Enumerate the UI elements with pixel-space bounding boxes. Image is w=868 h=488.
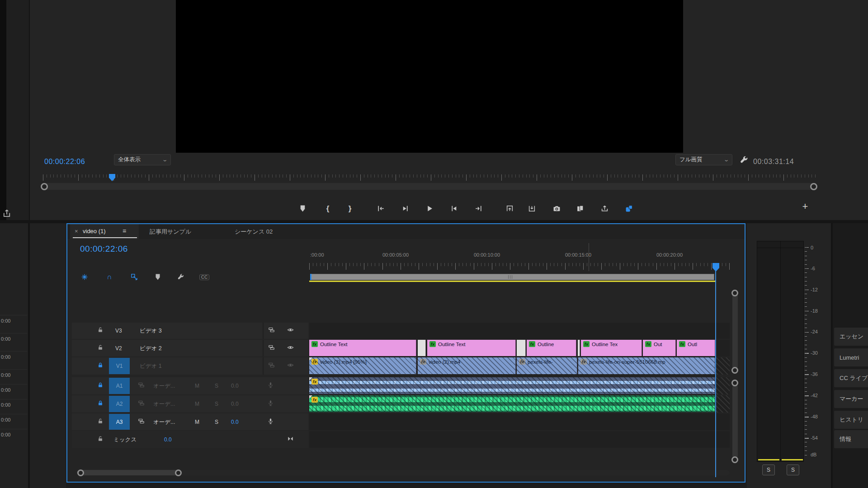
step-back-button[interactable] [398, 202, 412, 215]
add-marker-button[interactable] [151, 271, 164, 283]
audio-scrollbar-handle-top[interactable] [731, 380, 738, 386]
timeline-h-scrollbar-thumb[interactable] [77, 470, 181, 475]
track-content-a2[interactable]: fx [309, 395, 730, 413]
panel-tab-essential-graphics[interactable]: エッセン [834, 328, 868, 346]
export-button[interactable] [598, 202, 611, 215]
mic-icon[interactable] [267, 418, 274, 426]
video-scrollbar-handle-bottom[interactable] [731, 367, 738, 374]
gap-clip[interactable] [517, 340, 526, 356]
lock-icon[interactable] [97, 382, 104, 390]
mute-button[interactable]: M [195, 419, 199, 425]
monitor-current-timecode[interactable]: 00:00:22:06 [44, 158, 85, 166]
lock-icon[interactable] [97, 418, 104, 426]
linked-selection-toggle[interactable] [128, 271, 141, 283]
audio-scrollbar-handle-bottom[interactable] [731, 456, 738, 463]
mic-icon[interactable] [267, 382, 274, 390]
track-header-v3[interactable]: V3ビデオ 3 [72, 323, 308, 339]
track-output-toggle-icon[interactable] [287, 362, 294, 371]
mark-out-button[interactable]: } [343, 202, 357, 215]
mic-icon[interactable] [267, 400, 274, 408]
comparison-view-button[interactable] [622, 202, 636, 215]
panel-tab-info[interactable]: 情報 [834, 430, 868, 448]
track-content-mix[interactable] [309, 431, 730, 448]
go-to-in-button[interactable] [374, 202, 387, 215]
track-volume-value[interactable]: 0.0 [231, 401, 239, 407]
track-target-v1[interactable]: V1 [109, 358, 130, 374]
track-content-v2[interactable]: fxOutline TextfxOutline TextfxOutlinefxO… [309, 340, 730, 357]
lock-icon[interactable] [97, 327, 104, 335]
title-clip[interactable]: fxOutline Text [427, 340, 516, 356]
audio-clip[interactable]: fx [309, 395, 715, 412]
track-content-a1[interactable]: fx [309, 377, 730, 394]
track-content-a3[interactable] [309, 413, 730, 430]
track-header-a3[interactable]: A3オーデ...MS0.0 [72, 413, 308, 430]
track-target-a1[interactable]: A1 [109, 378, 130, 394]
solo-right-button[interactable]: S [787, 465, 799, 475]
lock-icon[interactable] [97, 400, 104, 408]
monitor-seek-ruler[interactable] [43, 174, 817, 182]
panel-tab-cc-libraries[interactable]: CC ライブ [834, 369, 868, 387]
mark-in-button[interactable]: { [321, 202, 335, 215]
panel-menu-icon[interactable]: ≡ [123, 227, 126, 235]
track-volume-value[interactable]: 0.0 [164, 436, 172, 443]
monitor-quality-dropdown[interactable]: フル画質 ⌄ [675, 154, 732, 165]
track-header-mix[interactable]: ミックス0.0 [72, 431, 308, 448]
sync-lock-icon[interactable] [138, 382, 145, 390]
mute-button[interactable]: M [195, 383, 199, 389]
title-clip[interactable]: fxOutline Tex [581, 340, 642, 356]
video-clip[interactable]: fxpexels-life- [517, 357, 577, 374]
work-area-grip[interactable] [508, 275, 513, 279]
panel-tab-lumetri-color[interactable]: Lumetri [834, 348, 868, 366]
add-marker-button[interactable] [296, 202, 309, 215]
sync-lock-icon[interactable] [138, 418, 145, 426]
step-forward-button[interactable] [447, 202, 461, 215]
lock-icon[interactable] [97, 362, 104, 370]
nested-sequence-toggle[interactable] [78, 271, 91, 283]
monitor-scrollbar-handle-left[interactable] [41, 183, 48, 190]
h-scrollbar-handle-left[interactable] [77, 469, 84, 476]
button-editor-plus[interactable]: + [799, 201, 811, 212]
tab-kiji-sample[interactable]: 記事用サンプル [150, 228, 191, 236]
video-clip[interactable]: fxvideo (3).mp4 [95%] [309, 357, 416, 374]
track-header-a1[interactable]: A1オーデ...MS0.0 [72, 377, 308, 394]
video-scrollbar-handle-top[interactable] [731, 290, 738, 296]
track-header-v2[interactable]: V2ビデオ 2 [72, 340, 308, 357]
track-output-toggle-icon[interactable] [287, 327, 294, 335]
share-export-icon[interactable] [2, 209, 11, 220]
track-volume-value[interactable]: 0.0 [231, 419, 239, 425]
track-content-v3[interactable] [309, 323, 730, 339]
captions-button[interactable]: CC [198, 271, 211, 283]
track-output-toggle-icon[interactable] [287, 344, 294, 352]
tab-sequence-02[interactable]: シーケンス 02 [235, 228, 273, 236]
monitor-zoom-dropdown[interactable]: 全体表示 ⌄ [114, 154, 171, 165]
track-header-v1[interactable]: V1ビデオ 1 [72, 357, 308, 375]
track-target-a2[interactable]: A2 [109, 396, 130, 412]
sync-lock-icon[interactable] [268, 344, 275, 352]
track-volume-value[interactable]: 0.0 [231, 383, 239, 389]
monitor-scrollbar[interactable] [43, 183, 817, 190]
solo-left-button[interactable]: S [762, 465, 775, 475]
track-target-a3[interactable]: A3 [109, 414, 130, 430]
title-clip[interactable]: fxOut [643, 340, 676, 356]
sync-lock-icon[interactable] [268, 327, 275, 335]
panel-tab-history[interactable]: ヒストリ [834, 411, 868, 429]
timeline-settings-button[interactable] [175, 271, 187, 283]
sync-lock-icon[interactable] [268, 362, 275, 371]
keyframe-toggle-icon[interactable] [287, 435, 294, 444]
h-scrollbar-handle-right[interactable] [175, 469, 182, 476]
audio-clip[interactable]: fx [309, 377, 715, 394]
solo-button[interactable]: S [215, 419, 218, 425]
video-tracks-scrollbar[interactable] [732, 293, 738, 370]
track-header-a2[interactable]: A2オーデ...MS0.0 [72, 395, 308, 413]
horizontal-panel-divider[interactable] [0, 220, 868, 223]
solo-button[interactable]: S [215, 383, 218, 389]
tab-video-1-label[interactable]: video (1) [83, 228, 106, 235]
wrench-icon[interactable] [740, 155, 749, 166]
audio-tracks-scrollbar[interactable] [732, 385, 738, 459]
title-clip[interactable]: fxOutline Text [309, 340, 416, 356]
monitor-scrollbar-handle-right[interactable] [810, 183, 817, 190]
title-clip[interactable]: fxOutl [677, 340, 715, 356]
sync-lock-icon[interactable] [138, 400, 145, 408]
lock-icon[interactable] [97, 344, 104, 352]
timeline-current-timecode[interactable]: 00:00:22:06 [80, 244, 128, 254]
